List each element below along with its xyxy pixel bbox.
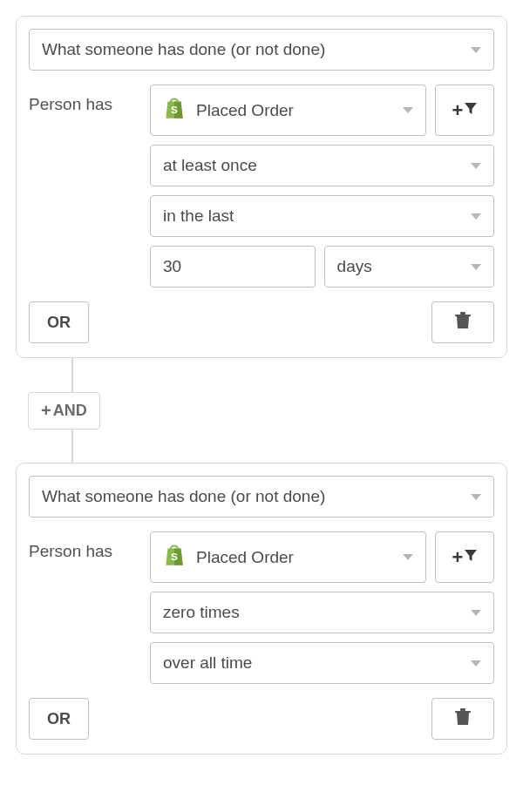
condition-type-dropdown[interactable]: What someone has done (or not done) xyxy=(29,29,494,71)
trash-icon xyxy=(455,312,471,334)
or-button[interactable]: OR xyxy=(29,301,89,343)
unit-label: days xyxy=(337,257,372,276)
or-button[interactable]: OR xyxy=(29,698,89,740)
or-label: OR xyxy=(47,710,71,728)
timeframe-dropdown[interactable]: in the last xyxy=(150,195,494,237)
chevron-down-icon xyxy=(471,264,481,270)
frequency-label: zero times xyxy=(163,603,240,622)
event-label: Placed Order xyxy=(196,101,294,120)
frequency-dropdown[interactable]: zero times xyxy=(150,592,494,633)
funnel-icon xyxy=(465,103,477,118)
frequency-dropdown[interactable]: at least once xyxy=(150,145,494,186)
card-footer: OR xyxy=(29,301,494,343)
condition-row: Person has S Placed Order + xyxy=(29,531,494,684)
timeframe-label: over all time xyxy=(163,653,252,673)
frequency-label: at least once xyxy=(163,156,257,175)
timeframe-dropdown[interactable]: over all time xyxy=(150,642,494,684)
svg-text:S: S xyxy=(171,551,178,563)
unit-dropdown[interactable]: days xyxy=(324,246,494,288)
chevron-down-icon xyxy=(403,554,413,560)
and-label: AND xyxy=(53,402,87,420)
or-label: OR xyxy=(47,314,71,332)
fields-column: S Placed Order + zero times xyxy=(150,531,494,684)
funnel-icon xyxy=(465,550,477,565)
add-filter-button[interactable]: + xyxy=(435,531,494,583)
condition-block: What someone has done (or not done) Pers… xyxy=(16,16,507,358)
plus-icon: + xyxy=(41,402,51,419)
svg-rect-2 xyxy=(460,312,465,315)
chevron-down-icon xyxy=(471,610,481,616)
plus-icon: + xyxy=(452,101,464,120)
add-filter-button[interactable]: + xyxy=(435,85,494,136)
chevron-down-icon xyxy=(471,494,481,500)
event-label: Placed Order xyxy=(196,548,294,567)
shopify-icon: S xyxy=(163,96,186,125)
trash-icon xyxy=(455,708,471,730)
chevron-down-icon xyxy=(471,47,481,53)
condition-block: What someone has done (or not done) Pers… xyxy=(16,463,507,754)
chevron-down-icon xyxy=(471,163,481,169)
shopify-icon: S xyxy=(163,543,186,572)
connector: + AND xyxy=(16,358,507,463)
chevron-down-icon xyxy=(471,660,481,667)
svg-rect-4 xyxy=(455,711,471,713)
condition-row: Person has S Placed Order + xyxy=(29,85,494,288)
event-dropdown[interactable]: S Placed Order xyxy=(150,85,426,136)
person-has-label: Person has xyxy=(29,85,138,114)
svg-rect-1 xyxy=(455,315,471,316)
amount-row: days xyxy=(150,246,494,288)
svg-rect-5 xyxy=(460,708,465,711)
svg-text:S: S xyxy=(171,104,178,116)
plus-icon: + xyxy=(452,548,464,567)
chevron-down-icon xyxy=(403,107,413,113)
condition-type-label: What someone has done (or not done) xyxy=(42,40,325,59)
delete-button[interactable] xyxy=(431,698,494,740)
delete-button[interactable] xyxy=(431,301,494,343)
condition-type-dropdown[interactable]: What someone has done (or not done) xyxy=(29,476,494,518)
amount-input[interactable] xyxy=(150,246,316,288)
chevron-down-icon xyxy=(471,213,481,220)
person-has-label: Person has xyxy=(29,531,138,561)
fields-column: S Placed Order + at least once xyxy=(150,85,494,288)
timeframe-label: in the last xyxy=(163,206,234,226)
card-footer: OR xyxy=(29,698,494,740)
condition-type-label: What someone has done (or not done) xyxy=(42,487,325,506)
event-dropdown[interactable]: S Placed Order xyxy=(150,531,426,583)
add-and-button[interactable]: + AND xyxy=(28,392,100,430)
